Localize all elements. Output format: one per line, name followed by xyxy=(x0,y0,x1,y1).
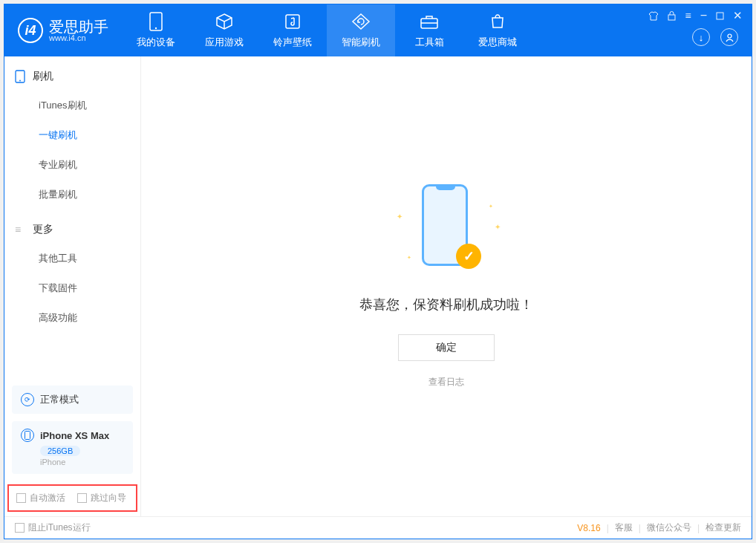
refresh-icon xyxy=(351,12,371,31)
nav-ringtone[interactable]: 铃声壁纸 xyxy=(258,4,327,56)
nav-shop[interactable]: 爱思商城 xyxy=(463,4,532,56)
nav-flash[interactable]: 智能刷机 xyxy=(327,4,395,56)
svg-point-1 xyxy=(155,27,157,29)
sidebar-item-download-firmware[interactable]: 下载固件 xyxy=(4,273,140,303)
status-link-wechat[interactable]: 微信公众号 xyxy=(647,521,691,534)
logo-icon: i4 xyxy=(18,18,43,43)
device-icon xyxy=(146,12,166,31)
tshirt-icon[interactable] xyxy=(648,11,659,21)
user-icons: ↓ xyxy=(692,28,743,56)
nav-label: 工具箱 xyxy=(415,36,444,49)
minimize-button[interactable]: − xyxy=(700,9,707,22)
checkbox-block-itunes[interactable]: 阻止iTunes运行 xyxy=(15,521,91,534)
nav-label: 爱思商城 xyxy=(478,36,517,49)
statusbar: 阻止iTunes运行 V8.16 | 客服 | 微信公众号 | 检查更新 xyxy=(4,516,752,539)
section-title: 刷机 xyxy=(33,70,53,83)
checkbox-skip-guide[interactable]: 跳过向导 xyxy=(77,492,126,504)
checkbox-box-icon xyxy=(15,523,25,533)
sidebar-item-itunes-flash[interactable]: iTunes刷机 xyxy=(4,91,140,120)
app-name: 爱思助手 xyxy=(49,19,108,34)
maximize-button[interactable] xyxy=(716,12,724,20)
nav-toolbox[interactable]: 工具箱 xyxy=(395,4,463,56)
options-highlighted-row: 自动激活 跳过向导 xyxy=(7,484,137,512)
nav-label: 应用游戏 xyxy=(205,36,244,49)
storage-badge: 256GB xyxy=(40,446,80,456)
nav-my-device[interactable]: 我的设备 xyxy=(122,4,190,56)
checkbox-box-icon xyxy=(16,493,26,503)
sidebar-item-batch-flash[interactable]: 批量刷机 xyxy=(4,180,140,209)
nav-tabs: 我的设备 应用游戏 铃声壁纸 智能刷机 工具箱 爱思商城 xyxy=(122,4,532,56)
logo-text: 爱思助手 www.i4.cn xyxy=(49,19,108,42)
svg-rect-5 xyxy=(717,13,723,19)
checkbox-label: 阻止iTunes运行 xyxy=(28,521,91,534)
checkbox-label: 自动激活 xyxy=(30,492,65,504)
logo-area[interactable]: i4 爱思助手 www.i4.cn xyxy=(4,18,122,43)
shop-icon xyxy=(488,12,507,31)
sidebar: 刷机 iTunes刷机 一键刷机 专业刷机 批量刷机 ≡ 更多 其他工具 下载固… xyxy=(4,56,141,516)
sidebar-section-more[interactable]: ≡ 更多 xyxy=(4,209,140,244)
music-icon xyxy=(283,12,302,31)
list-icon: ≡ xyxy=(15,224,25,235)
sparkle-icon: ✦ xyxy=(397,212,403,221)
version-label: V8.16 xyxy=(577,523,600,533)
check-badge-icon: ✓ xyxy=(456,244,481,269)
mode-panel[interactable]: ⟳ 正常模式 xyxy=(12,386,133,414)
sidebar-item-advanced[interactable]: 高级功能 xyxy=(4,303,140,333)
mode-label: 正常模式 xyxy=(40,393,79,406)
nav-label: 铃声壁纸 xyxy=(273,36,312,49)
body-area: 刷机 iTunes刷机 一键刷机 专业刷机 批量刷机 ≡ 更多 其他工具 下载固… xyxy=(4,56,752,516)
toolbox-icon xyxy=(420,12,439,31)
app-url: www.i4.cn xyxy=(49,34,108,42)
mode-icon: ⟳ xyxy=(21,393,34,406)
device-type: iPhone xyxy=(40,458,124,466)
status-link-update[interactable]: 检查更新 xyxy=(706,521,741,534)
window-controls: ≡ − ✕ xyxy=(648,4,743,22)
checkbox-box-icon xyxy=(77,493,87,503)
download-icon[interactable]: ↓ xyxy=(692,28,710,46)
lock-icon[interactable] xyxy=(668,11,676,21)
app-window: i4 爱思助手 www.i4.cn 我的设备 应用游戏 铃声壁纸 智能刷机 xyxy=(4,4,752,539)
view-log-link[interactable]: 查看日志 xyxy=(428,376,464,388)
section-title: 更多 xyxy=(33,223,53,236)
main-content: ✦ ✦ ✦ ✦ ✓ 恭喜您，保资料刷机成功啦！ 确定 查看日志 xyxy=(141,56,752,516)
phone-icon xyxy=(15,70,25,83)
checkbox-label: 跳过向导 xyxy=(91,492,126,504)
ok-button[interactable]: 确定 xyxy=(398,334,495,361)
sparkle-icon: ✦ xyxy=(407,255,411,261)
success-illustration: ✦ ✦ ✦ ✦ ✓ xyxy=(391,184,502,281)
svg-rect-2 xyxy=(286,15,299,28)
cube-icon xyxy=(215,12,234,31)
nav-label: 智能刷机 xyxy=(342,36,380,49)
user-icon[interactable] xyxy=(720,28,738,46)
close-button[interactable]: ✕ xyxy=(733,9,743,22)
device-phone-icon xyxy=(21,429,34,442)
success-message: 恭喜您，保资料刷机成功啦！ xyxy=(359,296,533,313)
titlebar: i4 爱思助手 www.i4.cn 我的设备 应用游戏 铃声壁纸 智能刷机 xyxy=(4,4,752,56)
status-link-support[interactable]: 客服 xyxy=(615,521,633,534)
sidebar-item-oneclick-flash[interactable]: 一键刷机 xyxy=(4,120,140,150)
sidebar-item-pro-flash[interactable]: 专业刷机 xyxy=(4,150,140,180)
sparkle-icon: ✦ xyxy=(489,204,493,209)
nav-label: 我的设备 xyxy=(137,36,175,49)
device-panel[interactable]: iPhone XS Max 256GB iPhone xyxy=(12,421,133,474)
checkbox-auto-activate[interactable]: 自动激活 xyxy=(16,492,65,504)
nav-apps[interactable]: 应用游戏 xyxy=(190,4,258,56)
menu-icon[interactable]: ≡ xyxy=(685,10,691,22)
sidebar-section-flash[interactable]: 刷机 xyxy=(4,56,140,91)
svg-point-6 xyxy=(728,34,731,38)
svg-rect-9 xyxy=(25,432,30,440)
device-name: iPhone XS Max xyxy=(40,430,109,441)
svg-rect-4 xyxy=(668,15,675,20)
titlebar-right: ≡ − ✕ ↓ xyxy=(648,4,752,56)
sparkle-icon: ✦ xyxy=(495,223,501,231)
sidebar-item-other-tools[interactable]: 其他工具 xyxy=(4,244,140,273)
svg-point-8 xyxy=(19,80,21,82)
